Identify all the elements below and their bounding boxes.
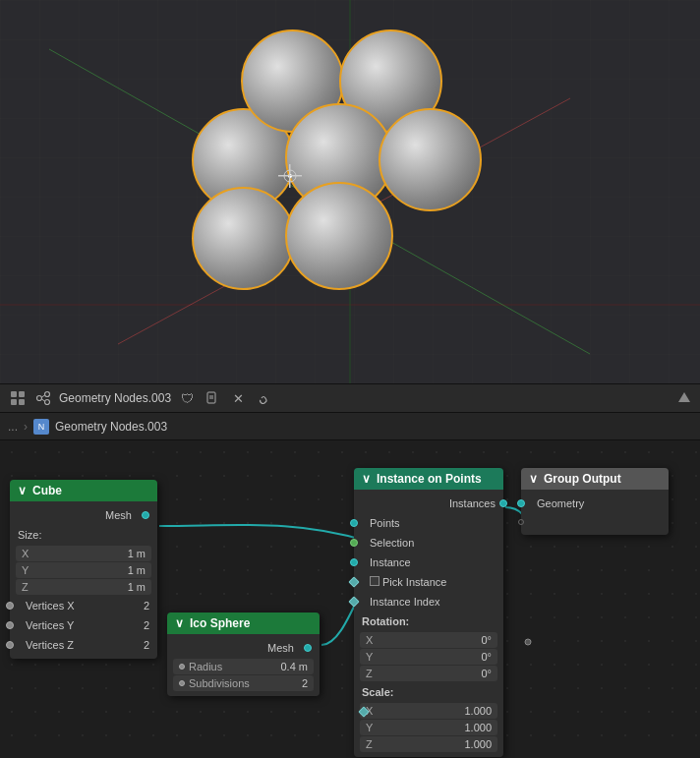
- ico-sphere-node-header[interactable]: ∨ Ico Sphere: [167, 612, 320, 634]
- instance-pick-row[interactable]: Pick Instance: [354, 572, 503, 592]
- breadcrumb-bar: ... › N Geometry Nodes.003: [0, 413, 700, 440]
- cube-z-label: Z: [22, 581, 128, 593]
- ico-subdivisions-label: Subdivisions: [189, 677, 302, 689]
- ico-radius-socket[interactable]: [179, 664, 185, 670]
- svg-rect-9: [11, 391, 17, 397]
- node-editor-icon[interactable]: [33, 388, 53, 408]
- instance-scale-y-row[interactable]: Y 1.000: [360, 720, 497, 735]
- instance-rot-y-value: 0°: [481, 651, 492, 663]
- instance-scale-header: Scale:: [354, 682, 503, 702]
- ico-radius-label: Radius: [189, 661, 280, 672]
- cube-x-row[interactable]: X 1 m: [16, 546, 151, 561]
- instance-selection-socket[interactable]: [350, 539, 358, 547]
- group-output-header[interactable]: ∨ Group Output: [521, 468, 669, 490]
- editor-type-icon[interactable]: [8, 388, 28, 408]
- ico-mesh-label: Mesh: [175, 642, 294, 654]
- svg-point-8: [288, 174, 292, 178]
- node-editor[interactable]: ∨ Cube Mesh Size: X 1 m Y 1 m Z 1 m: [0, 440, 700, 758]
- cube-vx-row: Vertices X 2: [10, 596, 157, 615]
- instance-selection-row: Selection: [354, 533, 503, 553]
- origin-crosshair: [278, 164, 302, 188]
- scroll-up-btn[interactable]: [676, 389, 692, 408]
- ico-subdivisions-value: 2: [302, 677, 308, 689]
- instance-rot-y-row[interactable]: Y 0°: [360, 649, 497, 665]
- spheres-group: [128, 20, 482, 344]
- breadcrumb-dots[interactable]: ...: [8, 420, 18, 434]
- ico-mesh-socket[interactable]: [304, 644, 312, 652]
- cube-y-row[interactable]: Y 1 m: [16, 562, 151, 578]
- close-icon[interactable]: ✕: [228, 388, 248, 408]
- cube-node-header[interactable]: ∨ Cube: [10, 480, 157, 501]
- ico-sphere-node[interactable]: ∨ Ico Sphere Mesh Radius 0.4 m Subdivisi…: [167, 612, 320, 696]
- ico-radius-row[interactable]: Radius 0.4 m: [173, 659, 314, 674]
- instance-rot-x-row[interactable]: X 0°: [360, 632, 497, 648]
- new-file-icon[interactable]: [203, 388, 222, 408]
- ico-radius-value: 0.4 m: [280, 661, 308, 672]
- instance-pick-label: Pick Instance: [362, 576, 446, 588]
- svg-point-15: [45, 400, 50, 405]
- output-geometry-socket[interactable]: [517, 499, 525, 507]
- instance-rot-x-value: 0°: [481, 634, 492, 646]
- breadcrumb-name: Geometry Nodes.003: [55, 420, 167, 434]
- viewport[interactable]: [0, 0, 700, 383]
- cube-vz-socket[interactable]: [6, 641, 14, 649]
- cube-node-body: Mesh Size: X 1 m Y 1 m Z 1 m Vertices: [10, 501, 157, 659]
- cube-size-label: Size:: [18, 529, 149, 541]
- svg-line-16: [42, 395, 45, 397]
- instance-points-row: Points: [354, 513, 503, 533]
- instance-geometry-label: Instances: [362, 497, 496, 509]
- svg-point-13: [37, 396, 42, 401]
- pick-instance-checkbox[interactable]: [370, 576, 379, 586]
- cube-node[interactable]: ∨ Cube Mesh Size: X 1 m Y 1 m Z 1 m: [10, 480, 157, 659]
- ico-subdivisions-row[interactable]: Subdivisions 2: [173, 675, 314, 691]
- cube-z-row[interactable]: Z 1 m: [16, 579, 151, 595]
- instance-rotation-header: Rotation:: [354, 612, 503, 631]
- output-geometry-row: Geometry: [521, 494, 669, 513]
- instance-on-points-header[interactable]: ∨ Instance on Points: [354, 468, 503, 490]
- sphere: [379, 108, 482, 211]
- node-group-icon: N: [33, 419, 49, 435]
- shield-icon[interactable]: 🛡: [177, 388, 197, 408]
- cube-title: Cube: [32, 484, 62, 497]
- ico-collapse-icon: ∨: [175, 616, 184, 630]
- instance-scale-z-row[interactable]: Z 1.000: [360, 736, 497, 752]
- instance-points-socket[interactable]: [350, 519, 358, 527]
- cube-mesh-output: Mesh: [10, 505, 157, 525]
- instance-selection-label: Selection: [362, 537, 496, 549]
- cube-vy-label: Vertices Y: [18, 619, 106, 631]
- instance-on-points-body: Instances Points Selection Instance: [354, 490, 503, 757]
- instance-rot-z-label: Z: [366, 668, 481, 679]
- ico-sphere-node-body: Mesh Radius 0.4 m Subdivisions 2: [167, 634, 320, 696]
- svg-point-14: [45, 392, 50, 397]
- cube-x-value: 1 m: [128, 548, 146, 559]
- instance-index-label: Instance Index: [362, 596, 496, 608]
- filename-label: Geometry Nodes.003: [59, 391, 171, 405]
- svg-line-17: [42, 399, 45, 401]
- instance-geometry-out-socket[interactable]: [499, 499, 507, 507]
- ico-subdivisions-socket[interactable]: [179, 680, 185, 686]
- instance-rotation-label: Rotation:: [362, 615, 496, 627]
- link-icon[interactable]: [254, 388, 273, 408]
- cube-mesh-socket[interactable]: [142, 511, 149, 519]
- instance-scale-x-row[interactable]: X 1.000: [360, 703, 497, 719]
- instance-scale-label: Scale:: [362, 686, 496, 698]
- cube-vx-socket[interactable]: [6, 602, 14, 610]
- cube-y-label: Y: [22, 564, 128, 576]
- instance-instance-socket[interactable]: [350, 558, 358, 566]
- svg-marker-21: [678, 392, 690, 402]
- instance-title: Instance on Points: [377, 472, 482, 486]
- instance-index-row: Instance Index: [354, 592, 503, 612]
- cube-vx-value: 2: [110, 600, 149, 612]
- cube-z-value: 1 m: [128, 581, 146, 593]
- instance-instance-row: Instance: [354, 553, 503, 572]
- instance-on-points-node[interactable]: ∨ Instance on Points Instances Points Se…: [354, 468, 503, 757]
- cube-y-value: 1 m: [128, 564, 146, 576]
- group-output-node[interactable]: ∨ Group Output Geometry: [521, 468, 669, 535]
- cube-vy-socket[interactable]: [6, 621, 14, 629]
- instance-scale-z-label: Z: [366, 738, 464, 750]
- instance-rot-x-label: X: [366, 634, 481, 646]
- instance-rot-z-row[interactable]: Z 0°: [360, 666, 497, 681]
- output-empty-socket[interactable]: [518, 519, 524, 525]
- instance-scale-x-value: 1.000: [464, 705, 492, 717]
- instance-collapse-icon: ∨: [362, 472, 371, 486]
